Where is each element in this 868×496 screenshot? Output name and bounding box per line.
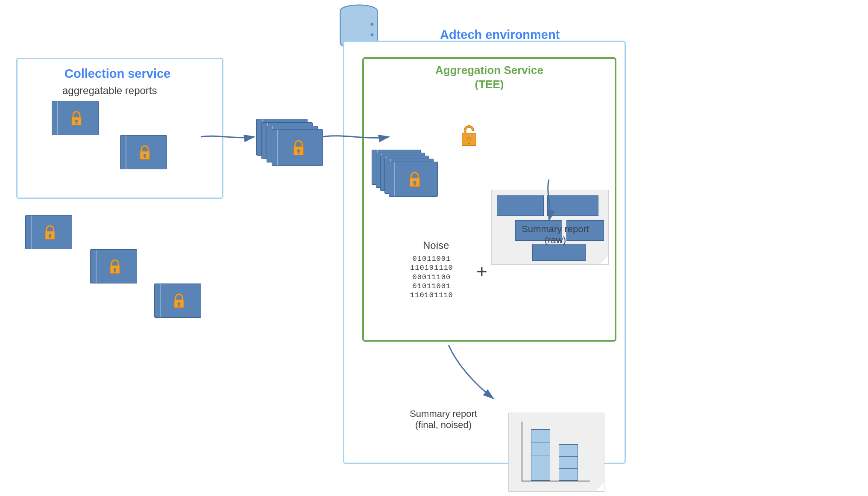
collection-service-title: Collection service — [65, 67, 170, 81]
lock-icon — [42, 223, 58, 244]
locked-report-stack — [372, 150, 444, 197]
unlock-icon — [457, 122, 481, 151]
adtech-environment-title: Adtech environment — [440, 28, 560, 42]
lock-icon — [171, 292, 187, 312]
locked-report-card — [154, 283, 201, 318]
locked-report-stack — [256, 119, 325, 162]
noise-label: Noise — [423, 239, 449, 251]
svg-point-1 — [371, 23, 373, 25]
collection-service-box: Collection service aggregatable reports — [16, 58, 223, 199]
plus-symbol: + — [476, 261, 487, 282]
summary-raw-chart — [508, 413, 604, 492]
locked-report-card — [120, 135, 167, 169]
lock-icon — [107, 257, 123, 278]
noise-bits: 01011001 110101110 00011100 01011001 110… — [410, 254, 453, 300]
aggregatable-reports-label: aggregatable reports — [62, 85, 157, 97]
arrow-right-icon — [320, 128, 393, 147]
locked-report-card — [25, 215, 72, 249]
aggregation-service-title-line2: (TEE) — [475, 78, 504, 91]
locked-report-card — [90, 249, 137, 283]
locked-report-card — [52, 101, 99, 135]
lock-icon — [137, 143, 153, 164]
aggregation-service-title: Aggregation Service (TEE) — [364, 63, 615, 91]
summary-final-label: Summary report (final, noised) — [396, 408, 490, 431]
summary-raw-label: Summary report (raw) — [508, 224, 602, 246]
lock-icon — [406, 170, 423, 191]
aggregation-service-title-line1: Aggregation Service — [435, 64, 543, 77]
lock-icon — [290, 138, 307, 159]
arrow-down-right-icon — [444, 343, 500, 404]
arrow-down-icon — [540, 177, 557, 226]
svg-point-2 — [371, 34, 373, 36]
lock-icon — [68, 109, 85, 130]
arrow-right-icon — [199, 128, 258, 147]
